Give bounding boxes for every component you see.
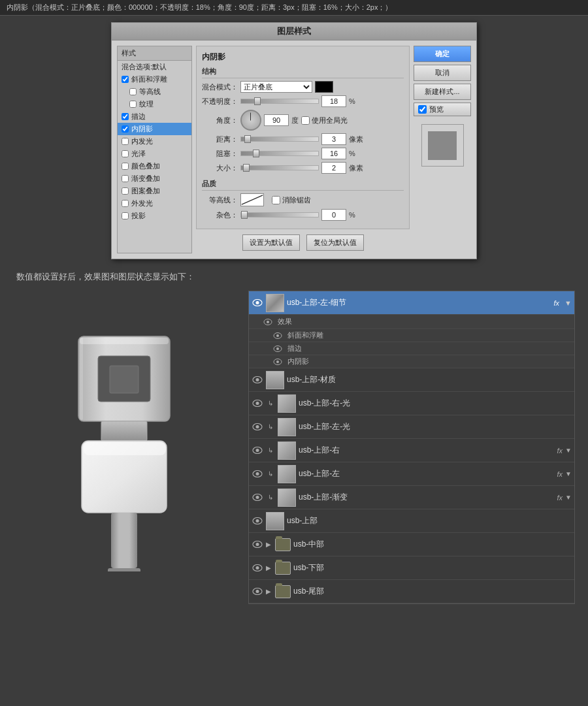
eye-icon-mid[interactable] <box>252 540 263 549</box>
layer-row-usb-top-left[interactable]: ↳ usb-上部-左 fx ▼ <box>249 462 574 486</box>
style-item-inner-shadow[interactable]: 内阴影 <box>118 123 191 135</box>
texture-checkbox[interactable] <box>129 101 137 108</box>
opacity-label: 不透明度： <box>202 97 238 106</box>
eye-icon-tgrad[interactable] <box>252 493 263 502</box>
contour-checkbox[interactable] <box>129 88 137 95</box>
distance-row: 距离： 像素 <box>202 133 404 145</box>
noise-input[interactable] <box>321 209 346 221</box>
eye-icon-inner-shadow-sub[interactable] <box>272 357 284 366</box>
style-item-pattern-overlay[interactable]: 图案叠加 <box>118 185 191 197</box>
angle-input[interactable] <box>264 114 289 126</box>
size-slider-thumb[interactable] <box>243 164 250 172</box>
layer-row-usb-bot[interactable]: ▶ usb-下部 <box>249 556 574 580</box>
style-label: 图案叠加 <box>131 186 160 196</box>
layer-row-usb-tail[interactable]: ▶ usb-尾部 <box>249 580 574 603</box>
opacity-slider-thumb[interactable] <box>254 97 261 105</box>
layer-row-usb-top-gradient[interactable]: ↳ usb-上部-渐变 fx ▼ <box>249 486 574 509</box>
blend-mode-select[interactable]: 正片叠底 <box>240 81 312 93</box>
eye-icon-rlight[interactable] <box>252 399 263 408</box>
distance-slider-thumb[interactable] <box>244 135 251 143</box>
preview-toggle[interactable]: 预览 <box>414 103 471 116</box>
arrow-icon-rlight: ↳ <box>266 399 275 408</box>
style-item-gradient-overlay[interactable]: 渐变叠加 <box>118 172 191 185</box>
global-light-checkbox[interactable] <box>301 116 310 125</box>
style-item-contour[interactable]: 等高线 <box>118 86 191 98</box>
anti-alias-label[interactable]: 消除锯齿 <box>272 195 311 205</box>
outer-glow-checkbox[interactable] <box>122 200 129 207</box>
style-item-inner-glow[interactable]: 内发光 <box>118 135 191 148</box>
anti-alias-text: 消除锯齿 <box>282 195 311 205</box>
noise-label: 杂色： <box>202 210 238 220</box>
choke-input[interactable] <box>321 148 346 159</box>
distance-unit: 像素 <box>349 135 363 144</box>
eye-icon-mat[interactable] <box>252 376 263 385</box>
style-label: 渐变叠加 <box>131 174 160 184</box>
noise-slider-thumb[interactable] <box>241 211 248 219</box>
set-default-button[interactable]: 设置为默认值 <box>242 234 300 251</box>
inner-shadow-checkbox[interactable] <box>122 125 129 133</box>
gradient-overlay-checkbox[interactable] <box>122 175 129 182</box>
style-item-hunhe[interactable]: 混合选项:默认 <box>118 61 191 73</box>
eye-icon-stroke-sub[interactable] <box>272 344 284 353</box>
size-input[interactable] <box>321 162 346 174</box>
eye-icon[interactable] <box>252 298 263 308</box>
ok-button[interactable]: 确定 <box>414 46 471 62</box>
eye-icon-tail[interactable] <box>252 587 263 596</box>
style-label: 斜面和浮雕 <box>131 74 167 84</box>
layer-row-usb-top-right-light[interactable]: ↳ usb-上部-右-光 <box>249 392 574 415</box>
noise-slider[interactable] <box>240 212 319 217</box>
opacity-slider[interactable] <box>240 99 319 104</box>
layer-row-usb-mid[interactable]: ▶ usb-中部 <box>249 533 574 556</box>
layer-row-bevel-sub[interactable]: 斜面和浮雕 <box>249 329 574 342</box>
eye-svg <box>252 541 263 548</box>
inner-glow-checkbox[interactable] <box>122 138 129 145</box>
distance-slider[interactable] <box>240 136 319 142</box>
global-light-label[interactable]: 使用全局光 <box>301 116 348 125</box>
eye-icon-effect[interactable] <box>262 317 274 327</box>
stroke-checkbox[interactable] <box>122 113 129 120</box>
style-item-texture[interactable]: 纹理 <box>118 98 191 110</box>
layer-row-usb-top[interactable]: usb-上部 <box>249 509 574 533</box>
style-item-outer-glow[interactable]: 外发光 <box>118 197 191 210</box>
style-item-bevel[interactable]: 斜面和浮雕 <box>118 73 191 86</box>
distance-input[interactable] <box>321 133 346 145</box>
style-item-satin[interactable]: 光泽 <box>118 148 191 160</box>
reset-default-button[interactable]: 复位为默认值 <box>306 234 364 251</box>
eye-icon-tright[interactable] <box>252 446 263 455</box>
layer-row-inner-shadow-sub[interactable]: 内阴影 <box>249 355 574 368</box>
style-item-drop-shadow[interactable]: 投影 <box>118 210 191 222</box>
layer-row-effect[interactable]: 效果 <box>249 315 574 329</box>
eye-icon-llight[interactable] <box>252 423 263 432</box>
contour-picker[interactable] <box>240 193 264 206</box>
eye-icon-bevel-sub[interactable] <box>272 331 284 340</box>
layer-row-usb-top-left-light[interactable]: ↳ usb-上部-左-光 <box>249 415 574 439</box>
angle-wheel[interactable] <box>240 110 261 131</box>
folder-arrow-mid[interactable]: ▶ <box>266 541 271 548</box>
eye-icon-top[interactable] <box>252 517 263 526</box>
cancel-button[interactable]: 取消 <box>414 65 471 81</box>
choke-slider-thumb[interactable] <box>253 150 259 157</box>
bevel-checkbox[interactable] <box>122 76 129 83</box>
style-item-color-overlay[interactable]: 颜色叠加 <box>118 160 191 172</box>
new-style-button[interactable]: 新建样式... <box>414 84 471 100</box>
layer-thumb <box>266 294 284 312</box>
opacity-input[interactable] <box>321 95 346 107</box>
layer-row-usb-top-mat[interactable]: usb-上部-材质 <box>249 368 574 392</box>
eye-icon-bot[interactable] <box>252 564 263 573</box>
layer-row-stroke-sub[interactable]: 描边 <box>249 342 574 355</box>
layer-row-usb-top-detail[interactable]: usb-上部-左-细节 fx ▼ <box>249 291 574 315</box>
drop-shadow-checkbox[interactable] <box>122 212 129 219</box>
preview-checkbox[interactable] <box>418 105 427 114</box>
layer-row-usb-top-right[interactable]: ↳ usb-上部-右 fx ▼ <box>249 439 574 462</box>
size-slider[interactable] <box>240 165 319 170</box>
eye-icon-tleft[interactable] <box>252 470 263 479</box>
pattern-overlay-checkbox[interactable] <box>122 187 129 195</box>
color-overlay-checkbox[interactable] <box>122 163 129 170</box>
satin-checkbox[interactable] <box>122 150 129 157</box>
anti-alias-checkbox[interactable] <box>272 196 280 204</box>
color-swatch[interactable] <box>315 81 333 93</box>
choke-slider[interactable] <box>240 151 319 156</box>
folder-arrow-tail[interactable]: ▶ <box>266 588 271 595</box>
folder-arrow-bot[interactable]: ▶ <box>266 564 271 571</box>
style-item-stroke[interactable]: 描边 <box>118 110 191 123</box>
